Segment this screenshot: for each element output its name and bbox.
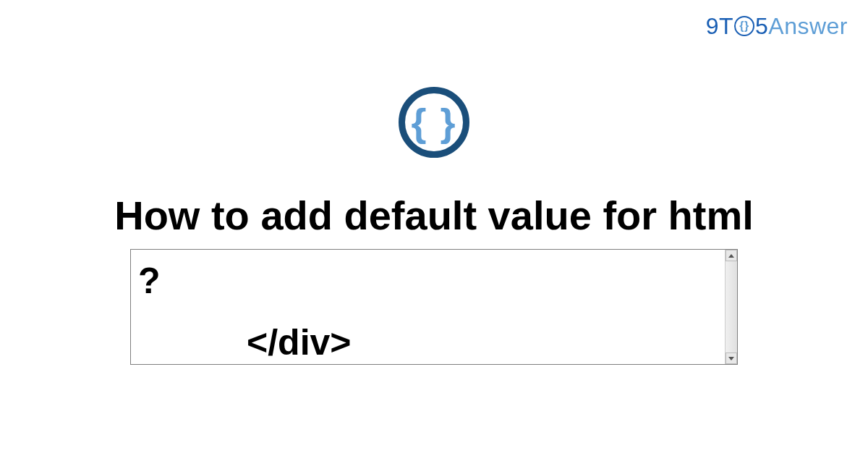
logo-text-answer: Answer [768, 13, 848, 40]
logo-text-5: 5 [755, 13, 768, 40]
scroll-down-arrow-icon[interactable] [726, 352, 737, 364]
logo-text-9t: 9T [706, 13, 733, 40]
braces-icon: { } [411, 103, 456, 142]
textarea-content: ? </div> [131, 250, 725, 364]
scrollbar[interactable] [725, 250, 737, 364]
scroll-up-arrow-icon[interactable] [726, 250, 737, 261]
site-logo[interactable]: 9T {} 5 Answer [706, 13, 848, 40]
textarea-line-1: ? [138, 254, 718, 308]
textarea-line-2: </div> [138, 316, 718, 370]
main-content: { } How to add default value for html [0, 87, 868, 239]
logo-braces-icon: {} [739, 20, 749, 32]
code-category-icon: { } [399, 87, 469, 158]
logo-o-circle: {} [734, 16, 754, 36]
textarea-example[interactable]: ? </div> [130, 249, 738, 365]
question-title: How to add default value for html [114, 193, 754, 239]
